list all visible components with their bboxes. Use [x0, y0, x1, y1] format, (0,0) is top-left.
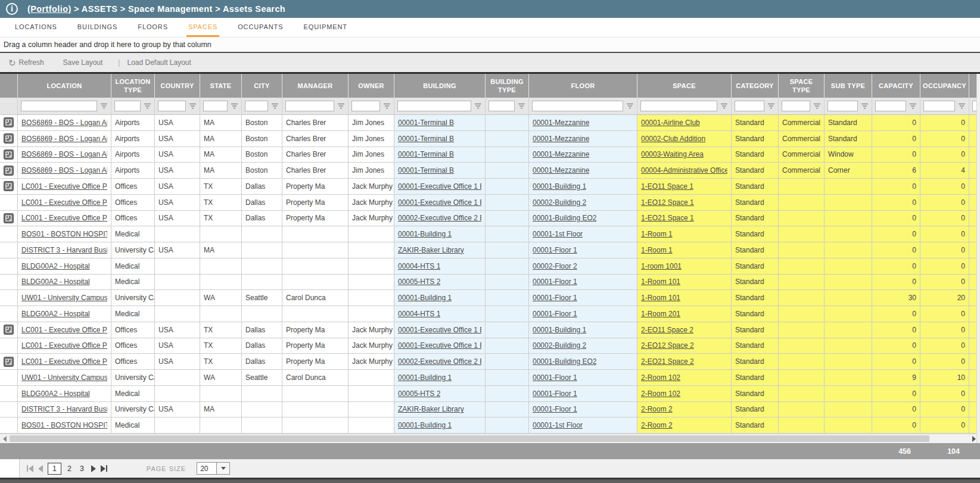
column-header-state[interactable]: STATE — [200, 74, 242, 98]
location-link[interactable]: BOS01 - BOSTON HOSPITAL — [21, 421, 107, 429]
floor-link[interactable]: 00001-Floor 1 — [533, 389, 577, 398]
building-link[interactable]: 00005-HTS 2 — [398, 278, 440, 286]
floor-link[interactable]: 00002-Building 2 — [533, 198, 586, 207]
location-link[interactable]: UW01 - University Campus — [21, 373, 107, 382]
building-link[interactable]: 00001-Terminal B — [398, 166, 454, 174]
location-link[interactable]: LC001 - Executive Office Par — [21, 182, 107, 191]
floor-link[interactable]: 00002-Building 2 — [533, 341, 586, 350]
cell-icon[interactable] — [0, 115, 18, 131]
scroll-right-arrow-icon[interactable] — [972, 436, 976, 442]
floor-link[interactable]: 00001-Building 1 — [533, 326, 586, 334]
cell-icon[interactable] — [0, 131, 18, 147]
filter-icon[interactable] — [958, 102, 966, 110]
building-link[interactable]: 00001-Building 1 — [398, 294, 452, 302]
page-size-select[interactable]: 20 — [197, 462, 230, 475]
filter-icon[interactable] — [383, 102, 391, 110]
filter-icon[interactable] — [813, 102, 821, 110]
floor-link[interactable]: 00001-1st Floor — [533, 230, 583, 238]
space-link[interactable]: 1-EO11 Space 1 — [641, 182, 693, 191]
page-number-3[interactable]: 3 — [77, 463, 86, 474]
floor-link[interactable]: 00001-Floor 1 — [533, 310, 577, 318]
cell-icon[interactable] — [0, 211, 18, 227]
building-link[interactable]: 00001-Executive Office 1 Bui — [398, 326, 481, 334]
location-link[interactable]: BOS6869 - BOS - Logan Airp — [21, 119, 107, 127]
filter-input-state[interactable] — [203, 101, 228, 111]
cell-icon[interactable] — [0, 163, 18, 179]
scroll-left-arrow-icon[interactable] — [3, 436, 7, 442]
column-header-category[interactable]: CATEGORY — [732, 74, 779, 98]
breadcrumb-portfolio-link[interactable]: (Portfolio) — [27, 4, 71, 14]
filter-icon[interactable] — [720, 102, 728, 110]
space-link[interactable]: 1-EO21 Space 1 — [641, 214, 694, 222]
filter-input-category[interactable] — [735, 101, 764, 111]
location-link[interactable]: BLDG00A2 - Hospital — [21, 310, 90, 318]
filter-icon[interactable] — [909, 102, 917, 110]
space-link[interactable]: 00003-Waiting Area — [641, 150, 704, 158]
filter-input-sub_type[interactable] — [827, 101, 858, 111]
space-link[interactable]: 2-EO11 Space 2 — [641, 326, 693, 334]
floor-link[interactable]: 00001-Building EO2 — [533, 214, 596, 222]
space-link[interactable]: 00001-Airline Club — [641, 119, 700, 127]
next-page-button[interactable] — [91, 465, 96, 472]
space-link[interactable]: 1-Room 1 — [641, 230, 673, 238]
tab-spaces[interactable]: SPACES — [186, 18, 219, 37]
floor-plan-icon[interactable] — [4, 166, 14, 176]
first-page-button[interactable] — [27, 465, 33, 472]
location-link[interactable]: BOS6869 - BOS - Logan Airp — [21, 135, 107, 143]
filter-input-country[interactable] — [158, 101, 186, 111]
column-header-location_type[interactable]: LOCATION TYPE — [111, 74, 155, 98]
floor-plan-icon[interactable] — [4, 149, 14, 160]
cell-icon[interactable] — [0, 322, 18, 338]
building-link[interactable]: ZAKIR-Baker Library — [398, 246, 464, 254]
column-header-owner[interactable]: OWNER — [349, 74, 394, 98]
filter-input-space[interactable] — [640, 101, 717, 111]
column-header-space[interactable]: SPACE — [637, 74, 732, 98]
filter-input-manager[interactable] — [285, 101, 334, 111]
floor-plan-icon[interactable] — [4, 133, 14, 144]
filter-input-building_type[interactable] — [489, 101, 515, 111]
building-link[interactable]: 00001-Terminal B — [398, 119, 454, 127]
filter-icon[interactable] — [231, 102, 238, 110]
space-link[interactable]: 1-EO12 Space 1 — [641, 198, 694, 207]
tab-floors[interactable]: FLOORS — [136, 18, 170, 37]
location-link[interactable]: DISTRICT 3 - Harvard Busine — [21, 405, 107, 413]
filter-icon[interactable] — [337, 102, 345, 110]
column-header-capacity[interactable]: CAPACITY — [872, 74, 920, 98]
space-link[interactable]: 2-Room 2 — [641, 421, 673, 429]
floor-plan-icon[interactable] — [4, 181, 14, 191]
location-link[interactable]: LC001 - Executive Office Par — [21, 326, 107, 334]
floor-link[interactable]: 00001-Mezzanine — [533, 166, 589, 174]
page-size-dropdown-button[interactable] — [217, 462, 230, 475]
building-link[interactable]: 00001-Building 1 — [398, 421, 452, 429]
group-by-drop-zone[interactable]: Drag a column header and drop it here to… — [0, 38, 980, 53]
filter-input-location_type[interactable] — [114, 101, 141, 111]
space-link[interactable]: 2-EO21 Space 2 — [641, 357, 694, 366]
space-link[interactable]: 1-Room 101 — [641, 294, 680, 302]
floor-link[interactable]: 00001-Floor 1 — [533, 278, 577, 286]
location-link[interactable]: LC001 - Executive Office Par — [21, 357, 107, 366]
floor-link[interactable]: 00001-Floor 1 — [533, 373, 577, 382]
building-link[interactable]: 00002-Executive Office 2 Bu — [398, 357, 481, 366]
location-link[interactable]: BOS6869 - BOS - Logan Airp — [21, 166, 107, 174]
floor-link[interactable]: 00001-Mezzanine — [533, 119, 589, 127]
space-link[interactable]: 00002-Club Addition — [641, 135, 705, 143]
filter-input-owner[interactable] — [351, 101, 380, 111]
space-link[interactable]: 2-Room 102 — [641, 373, 680, 382]
location-link[interactable]: BLDG00A2 - Hospital — [21, 278, 90, 286]
tab-buildings[interactable]: BUILDINGS — [76, 18, 119, 37]
building-link[interactable]: 00001-Executive Office 1 Bui — [398, 198, 481, 207]
last-page-button[interactable] — [101, 465, 107, 472]
page-number-1[interactable]: 1 — [48, 463, 61, 475]
floor-plan-icon[interactable] — [4, 325, 14, 335]
filter-icon[interactable] — [100, 102, 108, 110]
filter-input-city[interactable] — [245, 101, 268, 111]
column-header-country[interactable]: COUNTRY — [155, 74, 200, 98]
location-link[interactable]: BOS6869 - BOS - Logan Airp — [21, 150, 107, 158]
previous-page-button[interactable] — [38, 465, 43, 472]
cell-icon[interactable] — [0, 179, 18, 195]
info-icon[interactable]: i — [6, 3, 18, 15]
building-link[interactable]: 00001-Terminal B — [398, 135, 454, 143]
floor-link[interactable]: 00001-1st Floor — [533, 421, 583, 429]
column-header-floor[interactable]: FLOOR — [529, 74, 637, 98]
building-link[interactable]: 00001-Building 1 — [398, 373, 452, 382]
